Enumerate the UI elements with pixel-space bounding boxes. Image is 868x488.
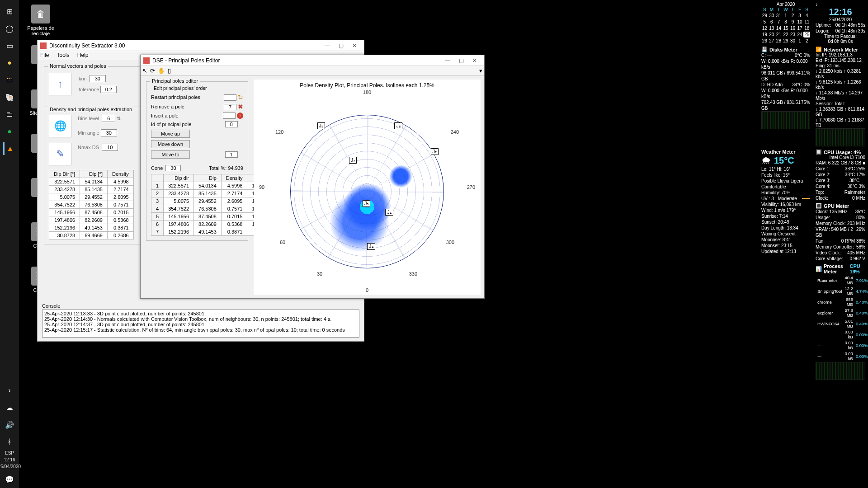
close-button[interactable]: ✕ (468, 57, 481, 64)
table-row[interactable]: 322.557154.01344.5998 (49, 178, 134, 186)
remove-input[interactable] (224, 104, 236, 110)
moveto-input[interactable] (225, 151, 238, 158)
table-row[interactable]: 30.872869.46690.2686 (49, 232, 134, 239)
menu-help[interactable]: Help (77, 52, 89, 58)
app-icon-1[interactable]: 🐚 (3, 91, 16, 103)
explorer-icon[interactable]: 🗀 (3, 74, 16, 86)
tolerance-input[interactable] (100, 86, 117, 93)
table-row[interactable]: 6197.480682.26090.536810.35 (151, 221, 269, 228)
menu-tools[interactable]: Tools (57, 52, 69, 58)
knn-input[interactable] (90, 75, 106, 82)
col-header: Dip [°] (80, 170, 108, 178)
onedrive-icon[interactable]: ☁ (3, 401, 16, 414)
network-widget[interactable]: 📶Network Meter Int IP: 192.168.1.3Ext IP… (816, 47, 865, 146)
minangle-input[interactable] (101, 129, 117, 136)
poles-detail-table: Dip dir Dip Density % 1322.557154.01344.… (151, 174, 269, 236)
volume-icon[interactable]: 🔊 (3, 418, 16, 431)
move-up-button[interactable]: Move up (151, 130, 190, 138)
console-label: Console (42, 303, 359, 309)
weather-widget[interactable]: Weather Meter 🌧 15°C Lo: 11° Hi: 16°Feel… (761, 149, 810, 380)
total-pct: Total %: 94.939 (209, 165, 243, 171)
rotate-tool-icon[interactable]: ⟳ (150, 67, 155, 74)
density-button[interactable]: 🌐 (49, 115, 71, 137)
minimize-button[interactable]: — (321, 42, 334, 49)
chrome-icon[interactable]: ● (3, 56, 16, 69)
cone-input[interactable] (165, 165, 181, 171)
figure-toolbar: ↖ ⟳ ✋ ▯ ▾ (141, 66, 484, 76)
table-row[interactable]: 354.752276.53080.7571 (49, 201, 134, 209)
proc-graph (816, 362, 865, 380)
keyboard-lang[interactable]: ESP (5, 450, 14, 455)
stereonet-plot[interactable]: Poles Density Plot, Principal Poles. Iso… (254, 80, 481, 295)
spotify-icon[interactable]: ● (3, 125, 16, 138)
task-view-icon[interactable]: ▭ (3, 39, 16, 52)
nmax-label: Nmax DS (78, 145, 99, 150)
col-header: Density (107, 170, 133, 178)
expand-tray-icon[interactable]: › (3, 384, 16, 397)
calendar-widget[interactable]: Apr 2020 SMTWTFS 29303112345678910111213… (761, 2, 810, 44)
tick-270: 270 (467, 184, 475, 190)
action-center-icon[interactable]: 💬 (3, 473, 16, 486)
nmax-input[interactable] (102, 144, 118, 151)
pan-tool-icon[interactable]: ✋ (158, 67, 165, 74)
recycle-bin-label: Papelera de reciclaje (24, 25, 57, 36)
app-icon-2[interactable]: 🗀 (3, 108, 16, 121)
restart-input[interactable] (224, 94, 236, 101)
start-button[interactable]: ⊞ (3, 5, 16, 18)
group-title: Normal vectors and poles (48, 63, 108, 69)
remove-icon[interactable]: ✖ (238, 103, 243, 110)
titlebar[interactable]: DSE - Principal Poles Editor — ▢ ✕ (141, 55, 484, 66)
add-icon[interactable]: + (237, 113, 243, 119)
insert-input[interactable] (223, 113, 236, 119)
window-title: Discontinuity Set Extractor 3.00 (49, 42, 125, 49)
j-label-2: J₂ (431, 148, 439, 155)
table-row[interactable]: 5.007529.45522.6095 (49, 193, 134, 201)
recycle-bin[interactable]: 🗑 Papelera de reciclaje (24, 5, 57, 36)
network-icon: 📶 (816, 47, 822, 52)
edit-poles-button[interactable]: ✎ (49, 143, 71, 165)
table-row[interactable]: 145.195687.45080.7015 (49, 209, 134, 216)
table-row[interactable]: 2233.427885.14352.717411.96 (151, 190, 269, 197)
tray-time[interactable]: 12:16 (4, 457, 15, 462)
titlebar[interactable]: Discontinuity Set Extractor 3.00 — ▢ ✕ (38, 40, 364, 51)
maximize-button[interactable]: ▢ (454, 57, 468, 64)
table-row[interactable]: 5145.195687.45080.701517.73 (151, 213, 269, 221)
table-row[interactable]: 35.007529.45522.609518.09 (151, 197, 269, 205)
tick-120: 120 (275, 129, 283, 135)
matlab-icon[interactable]: ▲ (3, 142, 16, 155)
minangle-label: Min angle (78, 130, 99, 136)
table-row[interactable]: 152.219649.14530.3871 (49, 224, 134, 232)
pointer-tool-icon[interactable]: ↖ (142, 67, 147, 74)
clock-widget[interactable]: ♪ 12:16 25/04/2020 Uptime:0d 1h 43m 55s … (816, 2, 865, 44)
table-row[interactable]: 233.427885.14352.7174 (49, 186, 134, 193)
tick-90: 90 (259, 184, 264, 190)
maximize-button[interactable]: ▢ (334, 42, 348, 49)
bins-input[interactable] (102, 115, 115, 122)
minimize-button[interactable]: — (441, 57, 454, 64)
insert-label: Insert a pole (151, 113, 179, 118)
idpp-input[interactable] (225, 121, 238, 127)
menu-file[interactable]: File (40, 52, 49, 58)
table-row[interactable]: 1322.557154.01344.599817.82 (151, 182, 269, 190)
search-icon[interactable]: ◯ (3, 22, 16, 35)
refresh-icon[interactable]: ↻ (238, 94, 243, 101)
move-down-button[interactable]: Move down (151, 140, 190, 148)
cpu-widget[interactable]: 🔲CPU Usage: 4% Intel Core i3-7100 RAM:6.… (816, 149, 865, 380)
table-row[interactable]: 7152.219649.14530.38714.56 (151, 228, 269, 236)
window-title: DSE - Principal Poles Editor (152, 57, 220, 64)
datatip-tool-icon[interactable]: ▯ (168, 67, 171, 74)
table-row[interactable]: 4354.752276.53080.757114.43 (151, 205, 269, 213)
console-output[interactable]: 25-Apr-2020 12:13:33 - 3D point cloud pl… (42, 310, 359, 338)
move-to-button[interactable]: Move to (151, 150, 190, 159)
disks-widget[interactable]: 💾Disks Meter C: ---0°C 0%W: 0.000 kB/s R… (761, 47, 810, 146)
group-title: Density and principal poles extraction (48, 107, 134, 112)
group-title: Principal poles editor (150, 78, 200, 84)
bluetooth-icon[interactable]: ᚼ (3, 436, 16, 448)
tray-date[interactable]: 25/04/2020 (0, 464, 21, 469)
table-row[interactable]: 197.480682.26090.5368 (49, 216, 134, 224)
compute-normals-button[interactable]: ↑ (49, 73, 71, 95)
close-button[interactable]: ✕ (348, 42, 361, 49)
tick-240: 240 (451, 129, 459, 135)
stepper-icon[interactable]: ⇅ (117, 116, 121, 121)
chevron-down-icon[interactable]: ▾ (479, 67, 482, 74)
